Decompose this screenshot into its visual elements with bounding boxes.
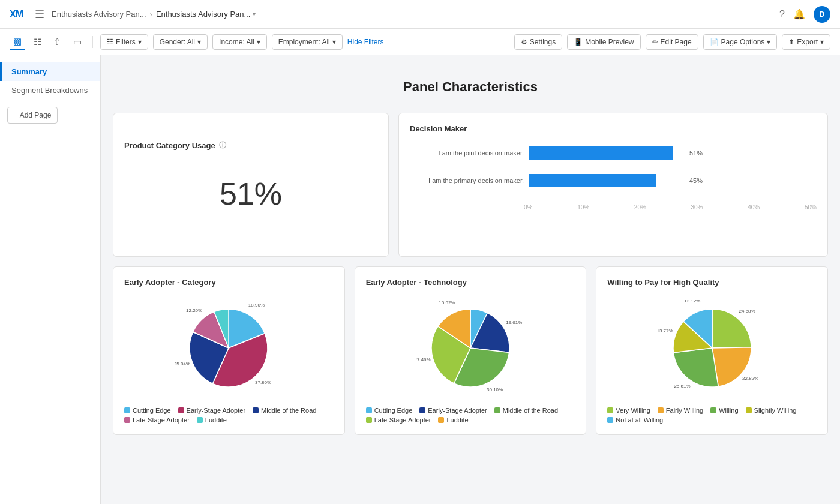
legend-label: Cutting Edge <box>374 407 413 414</box>
svg-text:7.20%: 7.20% <box>475 300 488 301</box>
legend-item: Very Willing <box>607 407 650 414</box>
filter-icon: ☷ <box>107 38 113 46</box>
hamburger-icon[interactable]: ☰ <box>35 8 44 21</box>
svg-text:12.20%: 12.20% <box>186 308 202 313</box>
nav-icons: ? 🔔 D <box>779 6 830 23</box>
legend-label: Early-Stage Adopter <box>428 407 487 414</box>
legend-label: Early-Stage Adopter <box>187 407 245 414</box>
legend-item: Middle of the Road <box>494 407 558 414</box>
main-content: Panel Characteristics Product Category U… <box>101 55 840 504</box>
early-adopter-category-chart: 18.90%37.80%25.04%12.20%6.06% <box>124 294 334 402</box>
share-icon[interactable]: ⇧ <box>50 34 65 50</box>
edit-page-button[interactable]: ✏ Edit Page <box>646 34 698 50</box>
bar-value: 45% <box>689 177 710 184</box>
bar-value: 51% <box>689 149 710 157</box>
gender-filter[interactable]: Gender: All ▾ <box>153 34 208 50</box>
chevron-down-icon: ▾ <box>332 38 336 46</box>
legend-color <box>124 407 130 413</box>
legend-label: Late-Stage Adopter <box>374 416 431 424</box>
bar-axis: 0%10%20%30%40%50% <box>410 202 817 211</box>
employment-filter[interactable]: Employment: All ▾ <box>272 34 343 50</box>
layout-icon[interactable]: ▭ <box>70 34 85 50</box>
legend-color <box>607 417 613 423</box>
breadcrumb: Enthusiasts Advisory Pan... › Enthusiast… <box>52 10 256 19</box>
legend-color <box>746 407 752 413</box>
mobile-icon: 📱 <box>574 38 583 46</box>
legend-item: Not at all Willing <box>607 416 663 424</box>
sidebar-item-segment-breakdowns[interactable]: Segment Breakdowns <box>0 81 100 100</box>
legend-label: Luddite <box>205 416 227 424</box>
edit-icon: ✏ <box>652 38 658 46</box>
early-adopter-category-title: Early Adopter - Category <box>124 278 334 287</box>
legend-label: Very Willing <box>616 407 650 414</box>
early-adopter-tech-legend: Cutting Edge Early-Stage Adopter Middle … <box>366 407 575 424</box>
legend-label: Middle of the Road <box>261 407 316 414</box>
chevron-down-icon: ▾ <box>257 38 260 46</box>
legend-item: Late-Stage Adopter <box>366 416 431 424</box>
legend-item: Luddite <box>197 416 227 424</box>
axis-label: 40% <box>748 204 760 211</box>
mobile-preview-button[interactable]: 📱 Mobile Preview <box>567 34 640 50</box>
willing-to-pay-legend: Very Willing Fairly Willing Willing Slig… <box>607 407 817 424</box>
xm-logo[interactable]: XM <box>10 9 23 20</box>
early-adopter-category-legend: Cutting Edge Early-Stage Adopter Middle … <box>124 407 334 424</box>
hide-filters-button[interactable]: Hide Filters <box>347 38 384 46</box>
legend-item: Slightly Willing <box>746 407 797 414</box>
filters-button[interactable]: ☷ Filters ▾ <box>100 34 148 50</box>
svg-text:25.04%: 25.04% <box>175 361 190 367</box>
svg-text:37.80%: 37.80% <box>255 380 271 385</box>
svg-text:13.12%: 13.12% <box>684 300 700 304</box>
legend-color <box>366 407 372 413</box>
add-page-button[interactable]: + Add Page <box>7 107 58 124</box>
export-button[interactable]: ⬆ Export ▾ <box>782 34 830 50</box>
settings-button[interactable]: ⚙ Settings <box>514 34 562 50</box>
legend-item: Cutting Edge <box>124 407 171 414</box>
willing-to-pay-chart: 24.68%22.82%25.61%13.77%13.12% <box>607 294 817 402</box>
settings-icon: ⚙ <box>521 38 527 46</box>
decision-maker-chart: I am the joint decision maker. 51% I am … <box>410 140 817 217</box>
bar-label: I am the joint decision maker. <box>410 149 524 157</box>
income-filter[interactable]: Income: All ▾ <box>212 34 267 50</box>
sidebar-item-summary[interactable]: Summary <box>0 62 100 81</box>
page-options-button[interactable]: 📄 Page Options ▾ <box>703 34 778 50</box>
axis-label: 0% <box>524 204 532 211</box>
chart-icon[interactable]: ▩ <box>10 34 25 50</box>
bar-label: I am the primary decision maker. <box>410 177 524 184</box>
legend-label: Willing <box>719 407 738 414</box>
legend-color <box>197 417 203 423</box>
legend-label: Cutting Edge <box>133 407 171 414</box>
grid-icon[interactable]: ☷ <box>30 34 45 50</box>
legend-color <box>178 407 184 413</box>
page-title: Panel Characteristics <box>113 67 828 101</box>
legend-item: Middle of the Road <box>253 407 316 414</box>
legend-item: Luddite <box>438 416 468 424</box>
axis-label: 20% <box>634 204 646 211</box>
info-icon[interactable]: ⓘ <box>219 140 226 151</box>
early-adopter-tech-card: Early Adopter - Technology 7.20%19.61%30… <box>355 266 587 435</box>
legend-color <box>658 407 664 413</box>
toolbar-actions: ⚙ Settings 📱 Mobile Preview ✏ Edit Page … <box>514 34 830 50</box>
axis-label: 50% <box>805 204 817 211</box>
svg-text:15.62%: 15.62% <box>439 300 455 305</box>
legend-color <box>607 407 613 413</box>
legend-item: Early-Stage Adopter <box>419 407 487 414</box>
svg-text:30.10%: 30.10% <box>487 387 503 392</box>
breadcrumb-item-1[interactable]: Enthusiasts Advisory Pan... <box>52 10 146 19</box>
legend-color <box>710 407 716 413</box>
avatar[interactable]: D <box>814 6 830 23</box>
chevron-down-icon: ▾ <box>820 38 824 46</box>
legend-color <box>253 407 259 413</box>
help-icon[interactable]: ? <box>779 9 785 20</box>
bell-icon[interactable]: 🔔 <box>793 8 805 20</box>
svg-text:24.68%: 24.68% <box>739 308 755 314</box>
breadcrumb-separator: › <box>150 10 152 19</box>
legend-item: Early-Stage Adopter <box>178 407 245 414</box>
chevron-down-icon: ▾ <box>138 38 142 46</box>
legend-item: Late-Stage Adopter <box>124 416 190 424</box>
axis-label: 30% <box>691 204 703 211</box>
legend-label: Luddite <box>446 416 468 424</box>
svg-text:13.77%: 13.77% <box>658 328 673 334</box>
breadcrumb-item-2[interactable]: Enthusiasts Advisory Pan... ▾ <box>156 10 256 19</box>
product-category-value: 51% <box>124 158 377 230</box>
bar-row: I am the joint decision maker. 51% <box>410 146 817 160</box>
